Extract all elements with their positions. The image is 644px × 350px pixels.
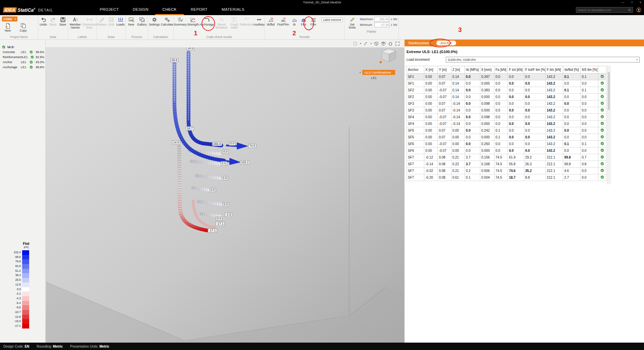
tb-button[interactable]: τb bbox=[290, 16, 299, 26]
flim-button[interactable]: Flim bbox=[309, 16, 318, 26]
zoom-fit-icon[interactable] bbox=[395, 41, 400, 46]
column-header[interactable]: Z [m] bbox=[451, 66, 465, 74]
check-summary-row[interactable]: AnchorageLE199.8% bbox=[0, 64, 45, 70]
maximum-spinner[interactable]: ▲▼ bbox=[391, 18, 392, 21]
uls-combinations-header[interactable]: ULS Combinations bbox=[362, 70, 395, 75]
label-extreme-toggle[interactable]: Label extreme bbox=[321, 17, 343, 22]
anchor-result-row[interactable]: SF50.000.070.000.00.0000.10.00.0143.20.0… bbox=[407, 134, 606, 141]
user-account-icon[interactable] bbox=[636, 7, 641, 12]
anchor-result-row[interactable]: SF7-0.140.080.223.70.16874.555.826.3212.… bbox=[407, 161, 606, 168]
status-pass-icon bbox=[598, 114, 606, 121]
tab-reinforcement[interactable]: Reinforcement bbox=[409, 41, 430, 45]
combination-item[interactable]: LE1 bbox=[360, 75, 395, 80]
anchor-result-row[interactable]: SF7-0.120.080.213.70.15674.561.929.2212.… bbox=[407, 154, 606, 161]
column-header[interactable]: F tot [kN] bbox=[508, 66, 524, 74]
shaded-view-icon[interactable] bbox=[381, 41, 386, 46]
column-header[interactable]: F lim [kN] bbox=[545, 66, 563, 74]
cell: -0.20 bbox=[424, 174, 438, 181]
scrollbar-thumb[interactable] bbox=[608, 72, 610, 110]
ftot-flim-button[interactable]: Ftot/Flim bbox=[276, 16, 290, 26]
summary-button[interactable]: Summary bbox=[174, 16, 187, 26]
anchor-result-row[interactable]: SF20.00-0.070.140.00.3830.00.00.0143.20.… bbox=[407, 87, 606, 94]
cell: 0.00 bbox=[424, 147, 438, 154]
clip-plane-icon[interactable] bbox=[363, 41, 368, 46]
column-header[interactable]: δ/δ lim [%] bbox=[581, 66, 598, 74]
solid-view-icon[interactable] bbox=[374, 41, 379, 46]
anchor-result-row[interactable]: SF60.00-0.070.000.00.0000.00.00.0143.20.… bbox=[407, 147, 606, 154]
anchor-result-row[interactable]: SF10.000.070.140.00.3970.00.00.0143.20.1… bbox=[407, 74, 606, 80]
section-crop-icon[interactable] bbox=[353, 41, 358, 46]
anchor-result-row[interactable]: SF50.000.070.000.00.2420.10.00.0143.20.0… bbox=[407, 127, 606, 134]
chevron-down-icon[interactable]: ▾ bbox=[360, 71, 361, 74]
check-summary-row[interactable]: AnchorLE193.0% bbox=[0, 59, 45, 64]
cell: 2.7 bbox=[563, 174, 581, 181]
new-picture-button[interactable]: New bbox=[126, 16, 137, 26]
cell: 143.2 bbox=[545, 147, 563, 154]
cell: 0.0 bbox=[494, 87, 508, 94]
anchor-result-row[interactable]: SF10.000.070.140.00.0000.00.00.0143.20.0… bbox=[407, 80, 606, 87]
home-view-icon[interactable] bbox=[388, 41, 393, 46]
legend-entry: 38.4 bbox=[7, 273, 36, 278]
load-increment-select[interactable]: G100.0%, V100.0% ▾ bbox=[446, 57, 640, 62]
check-summary-row[interactable]: ConcreteLE199.5% bbox=[0, 49, 45, 54]
anchorage-button[interactable]: Anchorage bbox=[199, 16, 214, 26]
save-button[interactable]: Save bbox=[58, 16, 68, 26]
anchor-result-row[interactable]: SF40.00-0.07-0.140.00.0980.00.00.0143.20… bbox=[407, 114, 606, 121]
menu-tab-design[interactable]: DESIGN bbox=[126, 5, 156, 15]
column-header[interactable]: τb/fbd [%] bbox=[563, 66, 581, 74]
cell: 74.5 bbox=[494, 154, 508, 161]
set-limits-button[interactable]: Set limits bbox=[346, 16, 358, 30]
minimize-button[interactable]: — bbox=[621, 0, 624, 5]
cell: 0.0 bbox=[465, 141, 480, 147]
column-header[interactable]: F tot/F lim [%] bbox=[524, 66, 545, 74]
anchor-result-row[interactable]: SF7-0.200.080.610.10.00474.518.78.8212.1… bbox=[407, 174, 606, 181]
maximum-value-input[interactable]: 102.44 bbox=[374, 17, 390, 21]
copy-item-button[interactable]: Copy bbox=[15, 22, 31, 32]
auxiliary-button[interactable]: Auxiliary bbox=[253, 16, 265, 26]
menu-tab-check[interactable]: CHECK bbox=[155, 5, 183, 15]
cell: 0.0 bbox=[524, 141, 545, 147]
menu-tab-materials[interactable]: MATERIALS bbox=[215, 5, 252, 15]
detail-item-selector[interactable]: CON1▾ bbox=[2, 16, 17, 21]
maximize-button[interactable]: □ bbox=[631, 0, 633, 5]
settings-button[interactable]: Settings bbox=[148, 16, 161, 26]
anchor-result-row[interactable]: SF40.00-0.07-0.140.00.0000.00.00.0143.20… bbox=[407, 121, 606, 127]
member-names-button[interactable]: Member names bbox=[68, 16, 82, 30]
table-scrollbar[interactable] bbox=[607, 66, 610, 184]
column-header[interactable]: τb [MPa] bbox=[465, 66, 480, 74]
menu-tab-project[interactable]: PROJECT bbox=[93, 5, 125, 15]
cell: 0.000 bbox=[480, 80, 494, 87]
column-header[interactable]: Y [m] bbox=[438, 66, 451, 74]
status-pass-icon bbox=[598, 174, 606, 181]
loads-button[interactable]: Loads bbox=[116, 16, 125, 26]
strength-button[interactable]: Strength bbox=[187, 16, 199, 26]
column-header[interactable]: X [m] bbox=[424, 66, 438, 74]
column-header[interactable]: Anchor bbox=[407, 66, 424, 74]
anchor-result-row[interactable]: SF7-0.020.080.210.20.00674.574.635.2212.… bbox=[407, 168, 606, 174]
cell: 0.000 bbox=[480, 134, 494, 141]
column-header[interactable]: δ [mm] bbox=[480, 66, 494, 74]
anchor-result-row[interactable]: SF60.00-0.070.000.00.2600.00.00.0143.20.… bbox=[407, 141, 606, 147]
minimum-spinner[interactable]: ▲▼ bbox=[391, 24, 392, 27]
ftot-button[interactable]: Ftot bbox=[299, 16, 309, 26]
column-header[interactable]: Fa [kN] bbox=[494, 66, 508, 74]
close-button[interactable]: × bbox=[640, 0, 641, 5]
gallery-button[interactable]: Gallery bbox=[137, 16, 147, 26]
tab-anchor[interactable]: Anchor bbox=[436, 41, 456, 45]
anchor-result-row[interactable]: SF30.000.07-0.140.00.0980.00.00.0143.20.… bbox=[407, 100, 606, 107]
search-box[interactable] bbox=[576, 7, 633, 13]
cell: 0.0 bbox=[524, 121, 545, 127]
new-item-button[interactable]: New bbox=[0, 22, 15, 32]
anchor-result-row[interactable]: SF20.00-0.070.140.00.0000.00.00.0143.20.… bbox=[407, 94, 606, 100]
check-summary-row[interactable]: ReinforcementLE192.9% bbox=[0, 54, 45, 59]
anchor-result-row[interactable]: SF30.000.07-0.140.00.0000.00.00.0143.20.… bbox=[407, 107, 606, 114]
menu-tab-report[interactable]: REPORT bbox=[184, 5, 215, 15]
cell: 0.0 bbox=[524, 107, 545, 114]
tb-fbd-button[interactable]: τb/fbd bbox=[265, 16, 276, 26]
calculate-button[interactable]: Calculate bbox=[161, 16, 173, 26]
cell: 0.0 bbox=[581, 168, 598, 174]
search-input[interactable] bbox=[578, 8, 628, 12]
viewport-3d[interactable]: ▾ ▾ 18.629.614.714.0102.40.074.50.0102.2… bbox=[46, 40, 405, 343]
undo-button[interactable]: Undo bbox=[38, 16, 48, 26]
minimum-value-input[interactable]: -17.10 bbox=[374, 23, 390, 27]
